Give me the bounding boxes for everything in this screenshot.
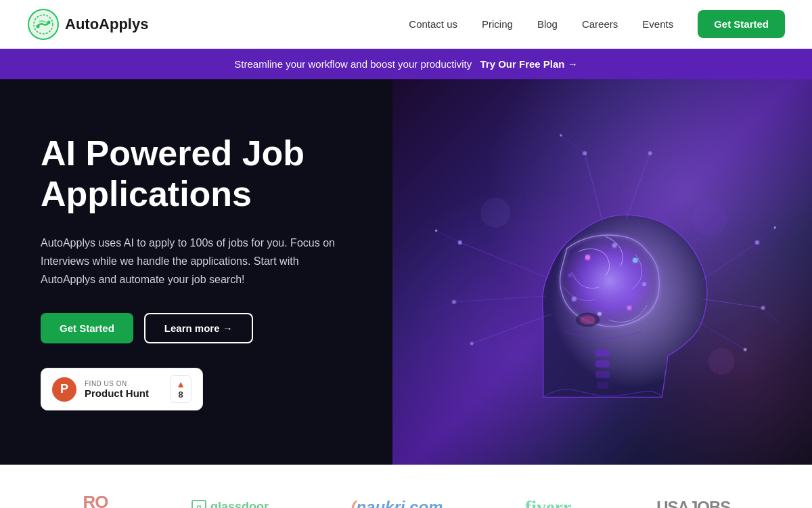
svg-point-16 [470,342,473,345]
logo-icon [27,8,60,41]
svg-line-12 [453,296,545,302]
svg-point-37 [597,312,601,315]
svg-line-17 [700,242,757,281]
usajobs-logo: USAJOBS [656,498,730,508]
brain-circuit-svg [424,108,781,436]
naukri-logo: (naukri.com [351,498,443,508]
product-hunt-find-label: FIND US ON [85,380,162,387]
rojobs-logo-text: RO [82,492,110,508]
svg-point-40 [480,198,510,228]
navbar: AutoApplys Contact us Pricing Blog Caree… [0,0,812,49]
product-hunt-text: FIND US ON Product Hunt [85,380,162,399]
svg-line-26 [585,153,602,221]
product-hunt-badge[interactable]: P FIND US ON Product Hunt ▲ 8 [41,368,203,410]
svg-point-35 [642,282,646,286]
svg-point-39 [568,273,571,276]
svg-point-42 [472,337,495,361]
promo-banner: Streamline your workflow and boost your … [0,49,812,79]
svg-point-34 [633,257,637,262]
nav-blog[interactable]: Blog [537,18,558,30]
hero-description: AutoApplys uses AI to apply to 100s of j… [41,234,338,289]
svg-line-30 [626,153,650,219]
svg-point-41 [692,200,727,236]
svg-point-11 [434,229,437,232]
glassdoor-text: glassdoor [210,500,269,508]
svg-line-8 [459,242,549,278]
brand-fiverr: fiverr. [525,496,574,508]
svg-point-45 [581,316,595,324]
svg-line-19 [757,228,774,242]
hero-get-started-button[interactable]: Get Started [41,313,133,343]
svg-line-21 [702,299,763,308]
product-hunt-icon: P [52,377,76,402]
product-hunt-name: Product Hunt [85,387,162,399]
svg-point-2 [37,24,40,28]
glassdoor-icon: g [191,500,206,508]
banner-link[interactable]: Try Our Free Plan [480,58,577,70]
svg-rect-4 [595,350,609,357]
svg-line-23 [763,308,777,322]
logo-text: AutoApplys [65,16,148,33]
svg-point-29 [560,134,562,137]
svg-point-43 [708,348,734,375]
svg-rect-5 [595,360,609,368]
product-hunt-votes: ▲ 8 [170,375,191,403]
hero-buttons: Get Started Learn more [41,313,352,343]
svg-point-31 [648,151,652,154]
fiverr-logo: fiverr. [525,496,574,508]
hero-learn-more-button[interactable]: Learn more [144,313,253,343]
svg-line-14 [430,301,453,314]
svg-point-32 [585,255,590,259]
svg-point-20 [773,226,776,229]
nav-events[interactable]: Events [642,18,673,30]
svg-line-28 [561,135,585,153]
svg-point-25 [744,348,746,351]
svg-point-36 [627,305,631,310]
nav-pricing[interactable]: Pricing [482,18,513,30]
hero-title: AI Powered Job Applications [41,133,352,215]
nav-get-started-button[interactable]: Get Started [698,10,785,38]
glassdoor-logo: g glassdoor [191,500,269,508]
nav-links: Contact us Pricing Blog Careers Events G… [409,10,785,38]
hero-image [392,79,812,465]
brand-rojobs: RO JOBS [82,492,110,508]
svg-rect-7 [596,381,608,389]
hero-brain-background [392,79,812,465]
upvote-arrow-icon: ▲ [176,379,185,389]
hero-section: AI Powered Job Applications AutoApplys u… [0,79,812,465]
vote-count: 8 [178,389,183,400]
brand-naukri: (naukri.com [351,498,443,508]
svg-point-38 [572,297,576,301]
brands-section: RO JOBS g glassdoor (naukri.com fiverr. … [0,465,812,508]
svg-rect-6 [595,371,609,378]
banner-text: Streamline your workflow and boost your … [234,58,472,70]
logo[interactable]: AutoApplys [27,8,148,41]
nav-contact[interactable]: Contact us [409,18,457,30]
svg-line-10 [436,230,459,242]
svg-point-33 [612,243,616,247]
hero-content: AI Powered Job Applications AutoApplys u… [0,79,392,465]
brand-glassdoor: g glassdoor [191,500,269,508]
svg-line-24 [694,320,745,350]
brand-usajobs: USAJOBS [656,498,730,508]
nav-careers[interactable]: Careers [582,18,618,30]
